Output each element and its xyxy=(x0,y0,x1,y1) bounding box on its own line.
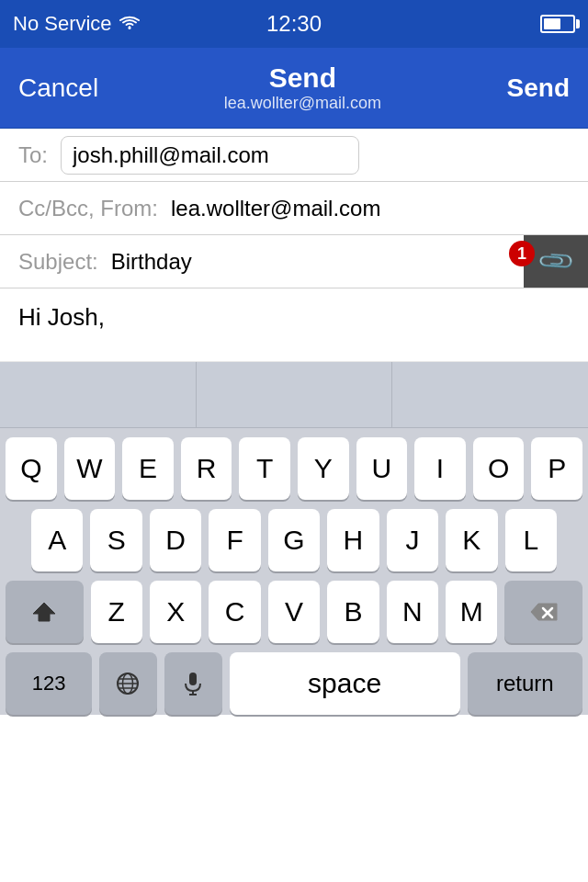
cc-label: Cc/Bcc, From: xyxy=(18,196,158,221)
body-text: Hi Josh, xyxy=(18,303,105,331)
key-m[interactable]: M xyxy=(446,581,497,643)
to-row: To: xyxy=(0,129,588,182)
attachment-badge: 1 xyxy=(509,241,535,266)
key-c[interactable]: C xyxy=(209,581,260,643)
keyboard: Q W E R T Y U I O P A S D F G H J K L Z … xyxy=(0,428,588,715)
key-u[interactable]: U xyxy=(356,437,408,500)
cancel-button[interactable]: Cancel xyxy=(18,74,98,103)
toolbar-area xyxy=(0,362,588,428)
svg-rect-9 xyxy=(189,673,197,685)
subject-input[interactable] xyxy=(111,249,570,275)
key-h[interactable]: H xyxy=(327,509,379,571)
cc-row: Cc/Bcc, From: lea.wollter@mail.com xyxy=(0,182,588,235)
nav-bar: Cancel Send lea.wollter@mail.com Send xyxy=(0,48,588,129)
clock: 12:30 xyxy=(266,11,322,37)
key-i[interactable]: I xyxy=(414,437,466,500)
return-key[interactable]: return xyxy=(468,652,582,715)
cc-value: lea.wollter@mail.com xyxy=(171,196,380,221)
key-l[interactable]: L xyxy=(505,509,557,571)
status-bar: No Service 12:30 xyxy=(0,0,588,48)
wifi-icon xyxy=(119,14,140,35)
svg-marker-1 xyxy=(33,603,55,621)
key-row-4: 123 space return xyxy=(6,652,582,715)
key-t[interactable]: T xyxy=(239,437,290,500)
numbers-key[interactable]: 123 xyxy=(6,652,92,715)
key-d[interactable]: D xyxy=(150,509,201,571)
key-row-2: A S D F G H J K L xyxy=(6,509,582,571)
shift-key[interactable] xyxy=(6,581,84,643)
nav-center: Send lea.wollter@mail.com xyxy=(224,62,381,113)
key-r[interactable]: R xyxy=(181,437,232,500)
email-form: To: Cc/Bcc, From: lea.wollter@mail.com S… xyxy=(0,129,588,288)
nav-title: Send xyxy=(224,62,381,94)
carrier-text: No Service xyxy=(13,12,112,36)
key-j[interactable]: J xyxy=(387,509,438,571)
space-key[interactable]: space xyxy=(230,652,460,715)
to-label: To: xyxy=(18,142,48,168)
key-row-3: Z X C V B N M xyxy=(6,581,582,643)
key-b[interactable]: B xyxy=(327,581,379,643)
key-g[interactable]: G xyxy=(268,509,320,571)
key-q[interactable]: Q xyxy=(6,437,57,500)
toolbar-section-2 xyxy=(197,362,393,427)
key-w[interactable]: W xyxy=(64,437,116,500)
attachment-button[interactable]: 📎 xyxy=(524,235,588,288)
globe-key[interactable] xyxy=(99,652,157,715)
key-a[interactable]: A xyxy=(31,509,83,571)
to-input-wrapper[interactable] xyxy=(61,136,359,175)
key-v[interactable]: V xyxy=(268,581,320,643)
key-n[interactable]: N xyxy=(387,581,438,643)
key-s[interactable]: S xyxy=(90,509,141,571)
nav-subtitle: lea.wollter@mail.com xyxy=(224,94,381,113)
svg-point-0 xyxy=(128,27,130,29)
key-x[interactable]: X xyxy=(150,581,201,643)
message-body[interactable]: Hi Josh, xyxy=(0,288,588,362)
toolbar-section-1 xyxy=(0,362,197,427)
paperclip-icon: 📎 xyxy=(536,241,577,282)
toolbar-section-3 xyxy=(392,362,588,427)
key-f[interactable]: F xyxy=(209,509,260,571)
key-o[interactable]: O xyxy=(473,437,525,500)
key-k[interactable]: K xyxy=(446,509,497,571)
mic-key[interactable] xyxy=(164,652,222,715)
send-button[interactable]: Send xyxy=(507,74,570,103)
subject-row: Subject: 1 📎 xyxy=(0,235,588,288)
delete-key[interactable] xyxy=(504,581,582,643)
key-e[interactable]: E xyxy=(122,437,174,500)
key-p[interactable]: P xyxy=(531,437,582,500)
key-y[interactable]: Y xyxy=(298,437,349,500)
key-z[interactable]: Z xyxy=(91,581,142,643)
key-row-1: Q W E R T Y U I O P xyxy=(6,437,582,500)
subject-label: Subject: xyxy=(18,249,98,275)
battery-icon xyxy=(540,15,575,33)
to-input[interactable] xyxy=(73,142,347,168)
